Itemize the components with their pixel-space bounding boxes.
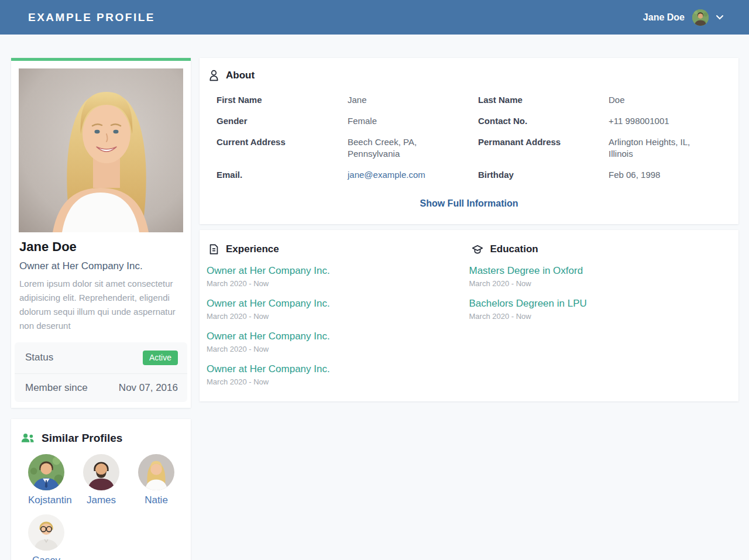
similar-profiles-header: Similar Profiles: [19, 432, 183, 445]
similar-profile-name: James: [83, 494, 119, 506]
app-title: EXAMPLE PROFILE: [28, 11, 155, 24]
avatar: [28, 514, 64, 551]
field-label: Contact No.: [478, 111, 609, 132]
similar-profile-casey[interactable]: Casey: [28, 514, 64, 560]
about-fields: First Name Jane Last Name Doe Gender Fem…: [200, 90, 738, 185]
page-body: Jane Doe Owner at Her Company Inc. Lorem…: [0, 35, 749, 560]
field-value: Doe: [609, 90, 721, 111]
top-navbar: EXAMPLE PROFILE Jane Doe: [0, 0, 749, 35]
document-icon: [209, 243, 219, 255]
member-since-value: Nov 07, 2016: [119, 382, 178, 394]
profile-bio: Lorem ipsum dolor sit amet consectetur a…: [19, 277, 183, 333]
education-title: Education: [490, 243, 538, 255]
similar-profile-name: Kojstantin: [28, 494, 64, 506]
education-entry: Bachelors Degreen in LPU March 2020 - No…: [469, 298, 739, 321]
status-badge: Active: [143, 351, 178, 365]
experience-entry: Owner at Her Company Inc. March 2020 - N…: [207, 363, 469, 386]
profile-name: Jane Doe: [19, 239, 183, 255]
profile-photo-illustration: [19, 68, 183, 232]
education-entry-period: March 2020 - Now: [469, 312, 739, 321]
email-link[interactable]: jane@example.com: [348, 164, 478, 185]
education-entry-link[interactable]: Masters Degree in Oxford: [469, 265, 739, 277]
experience-entry-link[interactable]: Owner at Her Company Inc.: [207, 265, 469, 277]
similar-profile-kojstantin[interactable]: Kojstantin: [28, 454, 64, 506]
field-label: First Name: [217, 90, 348, 111]
avatar: [138, 454, 174, 490]
similar-profile-james[interactable]: James: [83, 454, 119, 506]
left-sidebar: Jane Doe Owner at Her Company Inc. Lorem…: [11, 58, 191, 560]
experience-section: Experience Owner at Her Company Inc. Mar…: [200, 243, 469, 386]
experience-education-card: Experience Owner at Her Company Inc. Mar…: [200, 230, 738, 401]
similar-profile-name: Casey: [28, 555, 64, 560]
education-header: Education: [469, 243, 739, 255]
experience-entry-link[interactable]: Owner at Her Company Inc.: [207, 363, 469, 375]
similar-profiles-card: Similar Profiles: [11, 419, 191, 560]
profile-meta: Status Active Member since Nov 07, 2016: [15, 342, 187, 402]
experience-entry-link[interactable]: Owner at Her Company Inc.: [207, 298, 469, 310]
experience-entry-period: March 2020 - Now: [207, 377, 469, 386]
similar-profile-natie[interactable]: Natie: [138, 454, 174, 506]
experience-entry-period: March 2020 - Now: [207, 312, 469, 321]
experience-title: Experience: [226, 243, 279, 255]
experience-entry-link[interactable]: Owner at Her Company Inc.: [207, 331, 469, 342]
experience-header: Experience: [207, 243, 469, 255]
graduation-cap-icon: [472, 244, 483, 255]
field-label: Birthday: [478, 164, 609, 185]
field-label: Email.: [217, 164, 348, 185]
field-value: Beech Creek, PA, Pennsylvania: [348, 132, 478, 164]
user-avatar: [692, 9, 709, 26]
person-icon: [209, 70, 219, 81]
user-avatar-illustration: [692, 9, 709, 26]
about-card: About First Name Jane Last Name Doe Gend…: [200, 58, 738, 224]
field-value: Arlington Heights, IL, Illinois: [609, 132, 721, 164]
education-entry-period: March 2020 - Now: [469, 279, 739, 288]
education-section: Education Masters Degree in Oxford March…: [469, 243, 739, 386]
status-row: Status Active: [15, 342, 187, 373]
education-entry-link[interactable]: Bachelors Degreen in LPU: [469, 298, 739, 310]
experience-entry-period: March 2020 - Now: [207, 279, 469, 288]
user-menu[interactable]: Jane Doe: [643, 9, 723, 26]
member-since-label: Member since: [25, 382, 88, 394]
avatar: [83, 454, 119, 490]
user-menu-name: Jane Doe: [643, 12, 685, 23]
field-value: Feb 06, 1998: [609, 164, 721, 185]
profile-subtitle: Owner at Her Company Inc.: [19, 260, 183, 272]
experience-entry: Owner at Her Company Inc. March 2020 - N…: [207, 265, 469, 288]
similar-profiles-grid: Kojstantin James: [28, 454, 183, 560]
field-value: Jane: [348, 90, 478, 111]
users-group-icon: [20, 433, 35, 443]
status-label: Status: [25, 352, 53, 363]
profile-card: Jane Doe Owner at Her Company Inc. Lorem…: [11, 58, 191, 408]
about-title: About: [226, 70, 255, 81]
field-value: Female: [348, 111, 478, 132]
field-label: Current Address: [217, 132, 348, 164]
member-since-row: Member since Nov 07, 2016: [15, 373, 187, 402]
avatar: [28, 454, 64, 490]
similar-profile-name: Natie: [138, 494, 174, 506]
experience-entry-period: March 2020 - Now: [207, 345, 469, 353]
similar-profiles-title: Similar Profiles: [42, 432, 122, 445]
field-value: +11 998001001: [609, 111, 721, 132]
show-full-information-link[interactable]: Show Full Information: [200, 198, 738, 209]
profile-photo: [19, 68, 183, 232]
experience-entry: Owner at Her Company Inc. March 2020 - N…: [207, 298, 469, 321]
experience-entry: Owner at Her Company Inc. March 2020 - N…: [207, 331, 469, 353]
chevron-down-icon: [716, 15, 723, 20]
field-label: Gender: [217, 111, 348, 132]
education-entry: Masters Degree in Oxford March 2020 - No…: [469, 265, 739, 288]
field-label: Permanant Address: [478, 132, 609, 164]
about-header: About: [200, 70, 738, 81]
card-accent-bar: [11, 58, 191, 61]
main-content: About First Name Jane Last Name Doe Gend…: [200, 58, 738, 401]
field-label: Last Name: [478, 90, 609, 111]
